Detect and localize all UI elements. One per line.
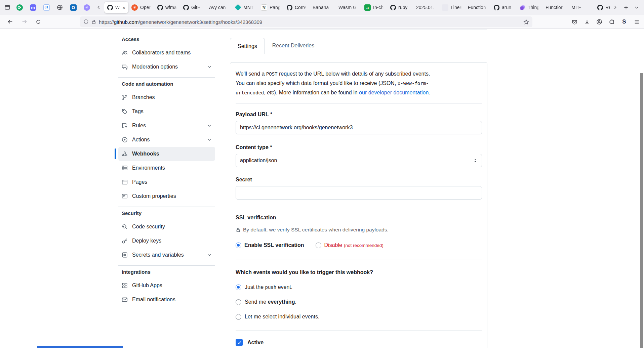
- sidebar-item-label: Custom properties: [132, 193, 176, 199]
- sidebar-item-webhooks[interactable]: Webhooks: [118, 147, 215, 161]
- browser-tab-wasm-g[interactable]: Wasm G: [335, 2, 361, 13]
- pocket-icon[interactable]: [569, 16, 580, 27]
- account-icon[interactable]: [594, 16, 605, 27]
- pinned-tab-mastodon[interactable]: m: [26, 2, 40, 13]
- developer-documentation-link[interactable]: our developer documentation: [359, 90, 429, 95]
- payload-url-input[interactable]: [236, 121, 482, 134]
- pinned-tab-globe[interactable]: [53, 2, 67, 13]
- browser-tab-function[interactable]: Function: [465, 2, 491, 13]
- content-type-select[interactable]: application/json: [236, 154, 482, 167]
- github-favicon: [390, 5, 396, 10]
- browser-tab-gith[interactable]: GitH: [180, 2, 206, 13]
- close-tab-icon[interactable]: ×: [122, 5, 125, 10]
- sidebar-item-moderation-options[interactable]: Moderation options: [118, 60, 215, 74]
- browser-tab-2025-01-[interactable]: 2025.01.: [413, 2, 439, 13]
- page-scrollbar-thumb[interactable]: [640, 73, 643, 348]
- secret-input[interactable]: [236, 186, 482, 200]
- back-button[interactable]: [5, 16, 15, 27]
- browser-tab-we[interactable]: We×: [104, 2, 128, 13]
- scroll-tabs-right-icon[interactable]: [610, 2, 620, 13]
- browser-tab-thing[interactable]: Thing: [517, 2, 542, 13]
- sidebar-item-rules[interactable]: Rules: [118, 119, 215, 133]
- sidebar-item-label: Moderation options: [132, 64, 178, 70]
- url-bar[interactable]: https://github.com/genenetwork/genenetwo…: [80, 16, 532, 27]
- github-favicon: [157, 5, 163, 10]
- browser-tab-linea[interactable]: ·Linea: [439, 2, 465, 13]
- github-favicon: [287, 5, 292, 10]
- tab-settings[interactable]: Settings: [230, 38, 265, 54]
- sidebar-item-deploy-keys[interactable]: Deploy keys: [118, 234, 215, 248]
- pinned-tab-calendar[interactable]: 31: [40, 2, 53, 13]
- event-radio-1[interactable]: [236, 299, 241, 305]
- sidebar-item-email-notifications[interactable]: Email notifications: [118, 293, 215, 307]
- sidebar-item-label: Branches: [132, 94, 155, 100]
- sidebar-item-code-security[interactable]: Code security: [118, 220, 215, 234]
- list-all-tabs-icon[interactable]: [631, 2, 642, 13]
- browser-tab-banana[interactable]: Banana: [310, 2, 335, 13]
- downloads-icon[interactable]: [581, 16, 592, 27]
- pinned-tab-outlook[interactable]: O: [67, 2, 80, 13]
- sidebar-divider: [118, 265, 215, 266]
- url-text[interactable]: https://github.com/genenetwork/genenetwo…: [99, 19, 523, 25]
- github-favicon: [494, 5, 499, 10]
- forward-button[interactable]: [19, 16, 30, 27]
- tag-icon: [122, 108, 128, 115]
- browser-tab-open[interactable]: ✳Open: [128, 2, 154, 13]
- browser-tab-in-ch[interactable]: aIn-ch: [361, 2, 387, 13]
- menu-icon[interactable]: [631, 16, 642, 27]
- apps-icon: [122, 282, 128, 289]
- event-radio-2[interactable]: [236, 314, 241, 320]
- event-option-1: Send me everything.: [236, 298, 482, 306]
- pinned-tab-sync-green[interactable]: ⟳: [13, 2, 26, 13]
- enable-ssl-radio[interactable]: [236, 243, 241, 248]
- disable-ssl-label[interactable]: Disable: [324, 242, 342, 248]
- tab-label: We: [115, 5, 120, 10]
- reload-button[interactable]: [33, 16, 44, 27]
- extensions-icon[interactable]: [606, 16, 617, 27]
- sidebar-section-header: Access: [122, 36, 215, 44]
- disable-ssl-note: (not recommended): [344, 243, 384, 248]
- pinned-tab-openai-purple[interactable]: ✳: [80, 2, 93, 13]
- sidebar-item-custom-properties[interactable]: Custom properties: [118, 189, 215, 203]
- tracking-shield-icon[interactable]: [83, 19, 89, 25]
- browser-tab-function[interactable]: Function: [542, 2, 568, 13]
- events-heading: Which events would you like to trigger t…: [236, 269, 482, 277]
- browser-tab-avy-can[interactable]: Avy can: [206, 2, 232, 13]
- sidebar-item-label: Environments: [132, 165, 165, 171]
- sidebar-item-environments[interactable]: Environments: [118, 161, 215, 175]
- active-checkbox[interactable]: [236, 339, 243, 346]
- firefox-view-icon[interactable]: [2, 2, 13, 13]
- tab-label: Corre: [295, 5, 307, 10]
- description-line: urlencoded, etc). More information can b…: [236, 88, 482, 97]
- lock-icon[interactable]: [91, 19, 96, 24]
- sidebar-item-branches[interactable]: Branches: [118, 90, 215, 104]
- browser-tab-mnt[interactable]: MNT: [232, 2, 258, 13]
- sidebar-item-tags[interactable]: Tags: [118, 104, 215, 119]
- sidebar-item-secrets-and-variables[interactable]: Secrets and variables: [118, 248, 215, 262]
- mail-icon: [122, 297, 128, 303]
- webhook-icon: [122, 151, 128, 157]
- browser-tab-pang[interactable]: NPang: [258, 2, 284, 13]
- sidebar-divider: [118, 77, 215, 78]
- chevron-down-icon: [207, 253, 212, 257]
- sidebar-item-pages[interactable]: Pages: [118, 175, 215, 189]
- browser-tab-mit-[interactable]: MIT-: [568, 2, 594, 13]
- scroll-tabs-left-icon[interactable]: [93, 2, 104, 13]
- browser-toolbar: https://github.com/genenetwork/genenetwo…: [0, 15, 644, 29]
- sidebar-item-collaborators-and-teams[interactable]: Collaborators and teams: [118, 46, 215, 60]
- browser-tab-arun[interactable]: arun: [491, 2, 517, 13]
- disable-ssl-radio[interactable]: [316, 243, 321, 248]
- browser-tab-corre[interactable]: Corre: [284, 2, 310, 13]
- sidebar-item-actions[interactable]: Actions: [118, 133, 215, 147]
- tab-label: Pang: [270, 5, 281, 10]
- new-tab-button[interactable]: [620, 2, 631, 13]
- github-favicon: [107, 5, 113, 10]
- s-extension-icon[interactable]: S: [619, 16, 630, 27]
- tab-recent-deliveries[interactable]: Recent Deliveries: [265, 38, 322, 54]
- bookmark-star-icon[interactable]: [523, 19, 529, 25]
- browser-tab-re[interactable]: Re: [594, 2, 610, 13]
- sidebar-item-github-apps[interactable]: GitHub Apps: [118, 278, 215, 293]
- event-radio-0[interactable]: [236, 285, 241, 290]
- browser-tab-ruby[interactable]: ruby: [387, 2, 413, 13]
- browser-tab-wfma[interactable]: wfma: [154, 2, 180, 13]
